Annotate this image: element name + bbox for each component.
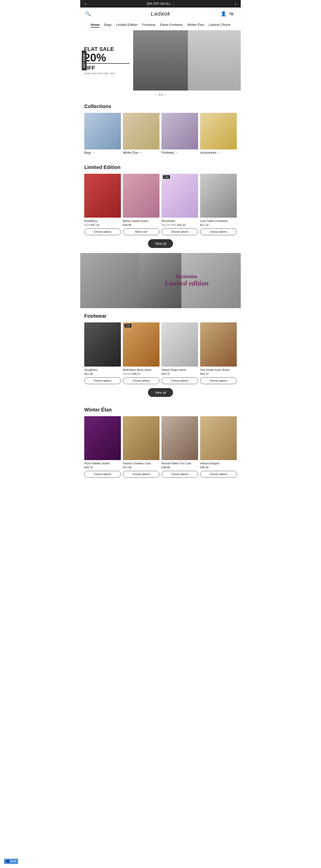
product-bellesteps-price: €66,49€46,17: [123, 372, 159, 375]
limited-edition-banner: Exclusive Limited edition: [80, 253, 241, 308]
winter-elan-title: Winter Élan: [84, 407, 237, 413]
header-left: 🔍: [85, 11, 100, 17]
product-meow: Meow Laptop Guard €44,46 Add to cart: [123, 174, 159, 235]
collections-title: Collections: [84, 103, 237, 109]
collection-footwear[interactable]: Footwear →: [162, 113, 198, 154]
product-bellesteps: Sale BelleSteps Block Heels €66,49€46,17…: [123, 322, 159, 384]
product-royalboxy-btn[interactable]: Choose options: [84, 228, 121, 235]
product-luxe-name: Luxe Soleil Crossbody: [200, 219, 237, 223]
product-hongkicks-name: HongKicks: [84, 368, 121, 372]
product-rhombella: Sale Rhombella €51,90From €41,42 Choose …: [162, 174, 198, 235]
limited-script-label: Limited edition: [165, 279, 209, 287]
product-velours: Velours Elegant €36,00 Choose options: [200, 416, 237, 477]
footwear-view-all-btn[interactable]: View all: [148, 388, 173, 397]
product-animal-btn[interactable]: Choose options: [162, 471, 198, 477]
product-animal-price: €38,00: [162, 466, 198, 469]
product-rhombella-price: €51,90From €41,42: [162, 223, 198, 226]
product-rhombella-btn[interactable]: Choose options: [162, 228, 198, 235]
login-icon[interactable]: 👤: [221, 11, 226, 17]
footwear-view-all-wrap: View all: [84, 388, 237, 397]
product-fashion-btn[interactable]: Choose options: [123, 471, 159, 477]
product-hongkicks-price: €51,30: [84, 372, 121, 375]
nav-winter-elan[interactable]: Winter Élan: [187, 22, 204, 28]
nav-eleve-footwear[interactable]: Elevé Footwear: [160, 22, 182, 28]
product-bellesteps-sale-badge: Sale: [124, 324, 132, 328]
hero-banner: GET NOW! FLAT SALE 20% OFF VALID UNTIL 1…: [80, 30, 241, 91]
nav-bags[interactable]: Bags: [104, 22, 112, 28]
header: 🔍 Ladaok 👤 🛍: [80, 7, 241, 20]
product-royalboxy: RoyalBoxy From €47,19 Choose options: [84, 174, 121, 235]
product-fashion: Fashion Outwear Coat €47,30 Choose optio…: [123, 416, 159, 477]
header-right: 👤 🛍: [221, 11, 236, 17]
product-luxe-btn[interactable]: Choose options: [200, 228, 237, 235]
announcement-bar: ‹ 20% OFF ON ALL → ›: [80, 0, 241, 7]
main-nav: Home Bags Limited Edition Footwear Elevé…: [80, 20, 241, 30]
product-gilded-btn[interactable]: Choose options: [162, 377, 198, 384]
limited-edition-view-all-wrap: View all: [84, 239, 237, 248]
nav-limited-edition[interactable]: Limited Edition: [116, 22, 138, 28]
footwear-section: Footwear HongKicks €51,30 Choose options…: [80, 308, 241, 402]
nav-footwear[interactable]: Footwear: [142, 22, 155, 28]
product-luxe-price: €17,10: [200, 223, 237, 226]
hero-percent: 20%: [84, 52, 129, 63]
product-fashion-price: €47,30: [123, 466, 159, 469]
nav-ladaok-choice[interactable]: Ladaok Choice: [209, 22, 231, 28]
collection-winter[interactable]: Winter Élan →: [123, 113, 159, 154]
collections-section: Collections Bags → Winter Élan → Footwea…: [80, 98, 241, 159]
collection-accessories[interactable]: Accessories →: [200, 113, 237, 154]
limited-edition-grid: RoyalBoxy From €47,19 Choose options Meo…: [84, 174, 237, 235]
product-velours-name: Velours Elegant: [200, 462, 237, 465]
product-rhombella-sale-badge: Sale: [163, 175, 170, 179]
hero-pagination: ‹ 1/2 ›: [80, 91, 241, 98]
banner-left-image: [80, 253, 140, 308]
hero-left-panel: GET NOW! FLAT SALE 20% OFF VALID UNTIL 1…: [80, 30, 133, 91]
product-hongkicks-btn[interactable]: Choose options: [84, 377, 121, 384]
product-velours-btn[interactable]: Choose options: [200, 471, 237, 477]
limited-edition-section: Limited Edition RoyalBoxy From €47,19 Ch…: [80, 159, 241, 253]
collection-bags-label: Bags →: [84, 151, 121, 154]
collection-accessories-label: Accessories →: [200, 151, 237, 154]
collection-footwear-label: Footwear →: [162, 151, 198, 154]
product-softsuede-price: €54,72: [200, 372, 237, 375]
winter-elan-grid: Plum Padded Jacket €48,72 Choose options…: [84, 416, 237, 477]
product-softsuede-btn[interactable]: Choose options: [200, 377, 237, 384]
hero-get-now-label[interactable]: GET NOW!: [82, 51, 87, 70]
limited-edition-view-all-btn[interactable]: View all: [148, 239, 173, 248]
product-gilded: Gilded Straps Heels €54,72 Choose option…: [162, 322, 198, 384]
hero-valid-text: VALID UNTIL 15TH DEC. 2024: [84, 72, 129, 75]
nav-home[interactable]: Home: [90, 22, 99, 28]
winter-elan-section: Winter Élan Plum Padded Jacket €48,72 Ch…: [80, 402, 241, 493]
footwear-title: Footwear: [84, 313, 237, 319]
product-luxe: Luxe Soleil Crossbody €17,10 Choose opti…: [200, 174, 237, 235]
limited-edition-title: Limited Edition: [84, 164, 237, 170]
announcement-next-btn[interactable]: ›: [232, 1, 239, 6]
product-plum: Plum Padded Jacket €48,72 Choose options: [84, 416, 121, 477]
product-animal: Animal Pattern Fur Coat €38,00 Choose op…: [162, 416, 198, 477]
product-gilded-price: €54,72: [162, 372, 198, 375]
product-softsuede: Soft Suede Iconic Boots €54,72 Choose op…: [200, 322, 237, 384]
product-velours-price: €36,00: [200, 466, 237, 469]
announcement-prev-btn[interactable]: ‹: [82, 1, 89, 6]
site-logo[interactable]: Ladaok: [100, 10, 221, 17]
hero-image-heels: [188, 30, 241, 91]
hero-prev-btn[interactable]: ‹: [155, 93, 156, 96]
product-plum-name: Plum Padded Jacket: [84, 462, 121, 465]
hero-next-btn[interactable]: ›: [165, 93, 166, 96]
product-hongkicks: HongKicks €51,30 Choose options: [84, 322, 121, 384]
product-bellesteps-btn[interactable]: Choose options: [123, 377, 159, 384]
limited-exclusive-label: Exclusive: [165, 274, 209, 279]
product-gilded-name: Gilded Straps Heels: [162, 368, 198, 372]
product-plum-btn[interactable]: Choose options: [84, 471, 121, 477]
collection-winter-label: Winter Élan →: [123, 151, 159, 154]
hero-page-indicator: 1/2: [158, 93, 163, 96]
product-bellesteps-name: BelleSteps Block Heels: [123, 368, 159, 372]
collections-grid: Bags → Winter Élan → Footwear → Accessor…: [84, 113, 237, 154]
search-icon[interactable]: 🔍: [85, 11, 91, 17]
product-meow-btn[interactable]: Add to cart: [123, 228, 159, 235]
product-meow-price: €44,46: [123, 223, 159, 226]
product-softsuede-name: Soft Suede Iconic Boots: [200, 368, 237, 372]
cart-icon[interactable]: 🛍: [229, 11, 234, 17]
announcement-text: 20% OFF ON ALL →: [146, 2, 175, 5]
product-royalboxy-price: From €47,19: [84, 223, 121, 226]
collection-bags[interactable]: Bags →: [84, 113, 121, 154]
